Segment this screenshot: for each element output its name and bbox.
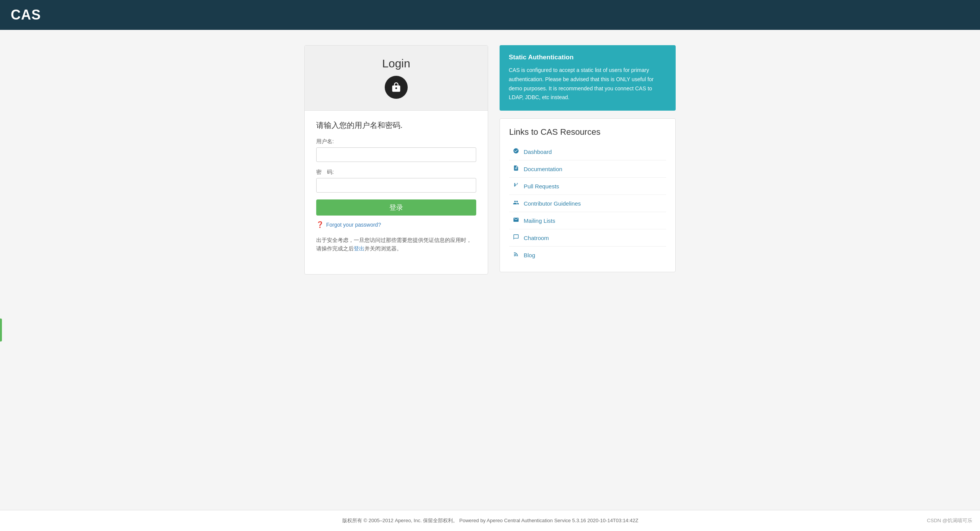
- mailing-lists-icon: [512, 217, 520, 224]
- resource-item-mailing-lists[interactable]: Mailing Lists: [509, 212, 666, 229]
- footer-right: CSDN @饥渴喵可乐: [927, 517, 972, 524]
- cas-resources-title: Links to CAS Resources: [509, 127, 666, 137]
- resource-item-documentation[interactable]: Documentation: [509, 160, 666, 178]
- resource-item-dashboard[interactable]: Dashboard: [509, 143, 666, 160]
- contributor-guidelines-icon: [512, 199, 520, 207]
- resource-label: Contributor Guidelines: [524, 200, 581, 207]
- resource-label: Pull Requests: [524, 183, 559, 190]
- header: CAS: [0, 0, 980, 30]
- forgot-password-link[interactable]: Forgot your password?: [326, 222, 381, 228]
- footer-copyright: 版权所有 © 2005–2012 Apereo, Inc. 保留全部权利。 Po…: [54, 517, 927, 524]
- prompt-text: 请输入您的用户名和密码.: [316, 120, 476, 131]
- main-content: Login 请输入您的用户名和密码. 用户名: 密 码: 登录 ❓ Forgot…: [0, 30, 980, 510]
- blog-icon: [512, 251, 520, 259]
- resource-label: Blog: [524, 252, 535, 258]
- logout-link[interactable]: 登出: [354, 245, 364, 252]
- login-button[interactable]: 登录: [316, 199, 476, 216]
- forgot-password-row: ❓ Forgot your password?: [316, 221, 476, 228]
- resource-label: Documentation: [524, 166, 562, 172]
- help-icon: ❓: [316, 221, 324, 228]
- resource-label: Dashboard: [524, 149, 552, 155]
- login-header: Login: [305, 46, 488, 111]
- right-panel: Static Authentication CAS is configured …: [500, 45, 676, 272]
- pull-requests-icon: [512, 182, 520, 190]
- cas-resources-box: Links to CAS Resources DashboardDocument…: [500, 118, 676, 272]
- login-card: Login 请输入您的用户名和密码. 用户名: 密 码: 登录 ❓ Forgot…: [304, 45, 488, 274]
- security-note-after: 并关闭浏览器。: [364, 245, 402, 252]
- scroll-indicator: [0, 319, 2, 341]
- static-auth-title: Static Authentication: [509, 54, 666, 61]
- password-input[interactable]: [316, 178, 476, 193]
- static-auth-box: Static Authentication CAS is configured …: [500, 45, 676, 111]
- documentation-icon: [512, 165, 520, 173]
- login-title: Login: [312, 57, 480, 70]
- dashboard-icon: [512, 148, 520, 155]
- resource-item-contributor-guidelines[interactable]: Contributor Guidelines: [509, 195, 666, 212]
- logo: CAS: [11, 7, 41, 23]
- resources-list: DashboardDocumentationPull RequestsContr…: [509, 143, 666, 263]
- resource-label: Mailing Lists: [524, 217, 555, 224]
- lock-icon: [385, 76, 408, 99]
- security-note: 出于安全考虑，一旦您访问过那些需要您提供凭证信息的应用时，请操作完成之后登出并关…: [316, 236, 476, 253]
- resource-label: Chatroom: [524, 235, 549, 241]
- resource-item-chatroom[interactable]: Chatroom: [509, 229, 666, 247]
- login-body: 请输入您的用户名和密码. 用户名: 密 码: 登录 ❓ Forgot your …: [305, 111, 488, 263]
- username-input[interactable]: [316, 147, 476, 162]
- resource-item-pull-requests[interactable]: Pull Requests: [509, 178, 666, 195]
- username-label: 用户名:: [316, 138, 476, 145]
- resource-item-blog[interactable]: Blog: [509, 247, 666, 263]
- chatroom-icon: [512, 234, 520, 242]
- footer: 版权所有 © 2005–2012 Apereo, Inc. 保留全部权利。 Po…: [0, 510, 980, 531]
- static-auth-description: CAS is configured to accept a static lis…: [509, 66, 666, 102]
- password-label: 密 码:: [316, 169, 476, 176]
